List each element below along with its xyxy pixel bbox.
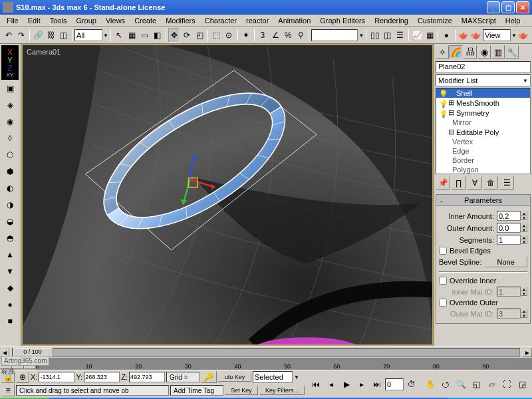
mirror-button[interactable]: ▯▯ <box>368 28 380 43</box>
configure-button[interactable]: ☰ <box>499 176 514 190</box>
close-button[interactable]: ✕ <box>516 1 529 13</box>
link-button[interactable]: 🔗 <box>32 28 44 43</box>
modify-tab[interactable]: 🌈 <box>450 45 463 59</box>
unique-button[interactable]: ∀ <box>467 176 482 190</box>
time-slider[interactable]: 0 / 100 <box>12 348 520 357</box>
view-dropdown[interactable] <box>483 29 511 41</box>
redo-button[interactable]: ↷ <box>15 28 27 43</box>
menu-edit[interactable]: Edit <box>24 16 45 25</box>
parameters-header[interactable]: Parameters <box>436 195 530 206</box>
z-input[interactable] <box>129 372 165 382</box>
menu-create[interactable]: Create <box>130 16 160 25</box>
x-input[interactable] <box>39 372 74 382</box>
render-last-button[interactable]: 🫖 <box>517 28 529 43</box>
reactor-tool-14[interactable]: ● <box>1 297 19 313</box>
utilities-tab[interactable]: 🔧 <box>505 45 519 59</box>
curve-editor-button[interactable]: 📈 <box>411 28 423 43</box>
menu-tools[interactable]: Tools <box>46 16 71 25</box>
goto-start-button[interactable]: ⏮ <box>309 377 323 392</box>
fov-button[interactable]: ▱ <box>484 377 499 392</box>
asnap-button[interactable]: ∠ <box>269 28 281 43</box>
undo-button[interactable]: ↶ <box>3 28 15 43</box>
viewport[interactable]: Camera01 <box>21 44 434 346</box>
zoom-extents-button[interactable]: ⛶ <box>499 377 514 392</box>
keymode-dropdown[interactable] <box>253 371 293 383</box>
unlink-button[interactable]: ⛓ <box>45 28 57 43</box>
play-button[interactable]: ▶ <box>339 377 354 392</box>
render-scene-button[interactable]: 🫖 <box>458 28 469 43</box>
menu-maxscript[interactable]: MAXScript <box>458 16 500 25</box>
time-slider-next[interactable]: ▸ <box>523 348 532 357</box>
remove-mod-button[interactable]: 🗑 <box>483 176 498 190</box>
named-selection[interactable] <box>311 29 358 41</box>
modifier-stack-item[interactable]: Edge <box>436 146 530 156</box>
menu-group[interactable]: Group <box>72 16 100 25</box>
display-tab[interactable]: ▥ <box>491 45 505 59</box>
y-input[interactable] <box>84 372 120 382</box>
segments-input[interactable] <box>497 235 521 245</box>
spinner-up-icon[interactable]: ▲ <box>521 223 527 227</box>
bevel-edges-checkbox[interactable] <box>439 247 447 255</box>
abs-rel-button[interactable]: ⊕ <box>16 371 29 383</box>
key-mode-button[interactable]: 🔑 <box>201 371 217 383</box>
psnap-button[interactable]: % <box>282 28 294 43</box>
reactor-tool-13[interactable]: ◆ <box>1 280 19 296</box>
bevel-spline-button[interactable]: None <box>484 257 527 267</box>
zoom-button[interactable]: 🔍 <box>454 377 468 392</box>
motion-tab[interactable]: ◉ <box>477 45 491 59</box>
select-button[interactable]: ↖ <box>113 28 125 43</box>
reactor-tool-1[interactable]: ▣ <box>1 80 19 96</box>
rotate-button[interactable]: ⟳ <box>181 28 193 43</box>
quick-render-button[interactable]: 🫖 <box>470 28 482 43</box>
menu-customize[interactable]: Customize <box>414 16 456 25</box>
schematic-button[interactable]: ▦ <box>424 28 436 43</box>
bind-button[interactable]: ◫ <box>58 28 70 43</box>
menu-grapheditors[interactable]: Graph Editors <box>316 16 369 25</box>
min-max-button[interactable]: ◲ <box>515 377 529 392</box>
inner-amount-input[interactable] <box>497 211 521 221</box>
spinner-down-icon[interactable]: ▼ <box>521 215 527 220</box>
menu-reactor[interactable]: reactor <box>242 16 273 25</box>
reactor-tool-10[interactable]: ◓ <box>1 230 19 246</box>
scale-button[interactable]: ◰ <box>194 28 205 43</box>
reactor-tool-8[interactable]: ◑ <box>1 197 19 213</box>
move-button[interactable]: ✥ <box>168 28 180 43</box>
reactor-tool-4[interactable]: ◊ <box>1 130 19 146</box>
object-name-field[interactable]: Plane02 <box>436 61 531 73</box>
next-frame-button[interactable]: ▸ <box>354 377 369 392</box>
spinner-down-icon[interactable]: ▼ <box>521 239 527 244</box>
modifier-stack-item[interactable]: Vertex <box>436 137 530 146</box>
reactor-tool-11[interactable]: ▲ <box>1 247 19 263</box>
spinner-snap-button[interactable]: ⚲ <box>295 28 307 43</box>
minimize-button[interactable]: _ <box>487 1 500 13</box>
reactor-tool-12[interactable]: ▼ <box>1 263 19 279</box>
zoom-all-button[interactable]: ◱ <box>469 377 483 392</box>
selection-filter[interactable] <box>74 29 102 41</box>
modifier-stack-item[interactable]: Polygon <box>436 165 530 174</box>
show-end-button[interactable]: ∏ <box>452 176 466 190</box>
pan-view-button[interactable]: ✋ <box>423 377 438 392</box>
modifier-stack-item[interactable]: Mirror <box>436 118 530 127</box>
select-name-button[interactable]: ▦ <box>126 28 138 43</box>
outer-amount-input[interactable] <box>497 223 521 233</box>
modifier-stack-item[interactable]: 💡⊟Symmetry <box>436 108 530 118</box>
manip-button[interactable]: ✦ <box>240 28 252 43</box>
modifier-stack-item[interactable]: 💡⊞MeshSmooth <box>436 98 530 108</box>
menu-modifiers[interactable]: Modifiers <box>162 16 200 25</box>
override-outer-checkbox[interactable] <box>439 299 447 307</box>
reactor-tool-5[interactable]: ⬡ <box>1 147 19 163</box>
menu-views[interactable]: Views <box>102 16 129 25</box>
prev-frame-button[interactable]: ◂ <box>324 377 338 392</box>
script-listener-button[interactable]: ≡ <box>1 384 15 396</box>
reactor-tool-6[interactable]: ⬢ <box>1 164 19 180</box>
material-button[interactable]: ● <box>440 28 452 43</box>
modifier-stack-item[interactable]: ⊟Editable Poly <box>436 127 530 137</box>
keyfilters-button[interactable]: Key Filters... <box>259 386 305 395</box>
modifier-list-dropdown[interactable]: Modifier List <box>436 74 531 86</box>
center-button[interactable]: ⊙ <box>223 28 235 43</box>
reactor-tool-15[interactable]: ■ <box>1 313 19 329</box>
select-region-button[interactable]: ▭ <box>138 28 150 43</box>
layers-button[interactable]: ☰ <box>394 28 406 43</box>
arc-rotate-button[interactable]: ⭯ <box>438 377 453 392</box>
reactor-tool-9[interactable]: ◒ <box>1 213 19 229</box>
